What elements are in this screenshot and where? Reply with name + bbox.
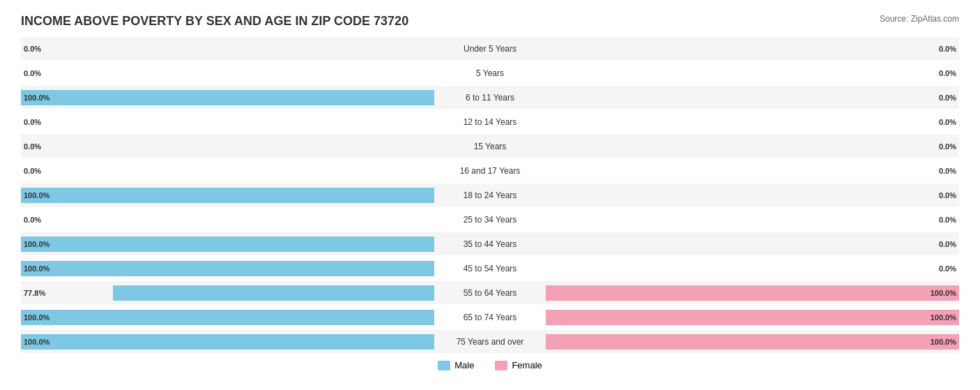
female-section: 0.0%	[546, 208, 959, 231]
female-section: 100.0%	[546, 281, 959, 304]
bar-row: 0.0%15 Years0.0%	[21, 135, 959, 158]
age-label: 65 to 74 Years	[434, 313, 546, 322]
female-section: 0.0%	[546, 135, 959, 158]
age-label: Under 5 Years	[434, 44, 546, 54]
bar-row: 100.0%6 to 11 Years0.0%	[21, 86, 959, 109]
legend-male-label: Male	[454, 360, 474, 370]
male-bar	[21, 334, 434, 350]
male-section: 0.0%	[21, 61, 434, 84]
legend: Male Female	[21, 360, 959, 370]
male-value: 0.0%	[24, 142, 41, 151]
male-section: 100.0%	[21, 306, 434, 329]
male-value: 0.0%	[24, 45, 41, 53]
female-section: 0.0%	[546, 257, 959, 280]
male-section: 100.0%	[21, 183, 434, 207]
male-bar	[21, 90, 434, 105]
age-label: 25 to 34 Years	[434, 215, 546, 225]
male-value: 100.0%	[24, 191, 49, 200]
bar-row: 0.0%25 to 34 Years0.0%	[21, 208, 959, 231]
age-label: 12 to 14 Years	[434, 117, 546, 127]
female-section: 0.0%	[546, 183, 959, 207]
male-section: 100.0%	[21, 257, 434, 280]
male-value: 100.0%	[24, 93, 49, 102]
age-label: 75 Years and over	[434, 337, 546, 347]
age-label: 16 and 17 Years	[434, 166, 546, 176]
age-label: 55 to 64 Years	[434, 288, 546, 298]
male-bar	[21, 261, 434, 276]
female-section: 0.0%	[546, 159, 959, 182]
female-section: 0.0%	[546, 86, 959, 109]
male-section: 77.8%	[21, 281, 434, 304]
male-section: 100.0%	[21, 232, 434, 255]
female-value: 0.0%	[939, 118, 956, 126]
female-section: 0.0%	[546, 110, 959, 133]
female-bar	[546, 285, 959, 301]
male-value: 0.0%	[24, 118, 41, 126]
legend-female-box	[495, 361, 507, 370]
female-value: 100.0%	[931, 313, 956, 322]
male-value: 0.0%	[24, 216, 41, 224]
female-bar	[546, 310, 959, 325]
male-value: 77.8%	[24, 289, 45, 297]
female-value: 100.0%	[931, 338, 956, 346]
male-value: 0.0%	[24, 69, 41, 77]
female-value: 100.0%	[931, 289, 956, 297]
female-value: 0.0%	[939, 142, 956, 151]
age-label: 18 to 24 Years	[434, 190, 546, 200]
header: INCOME ABOVE POVERTY BY SEX AND AGE IN Z…	[21, 14, 959, 31]
male-bar	[21, 310, 434, 325]
female-value: 0.0%	[939, 216, 956, 224]
female-section: 100.0%	[546, 306, 959, 329]
female-value: 0.0%	[939, 167, 956, 175]
female-value: 0.0%	[939, 191, 956, 200]
female-value: 0.0%	[939, 69, 956, 77]
bar-row: 0.0%Under 5 Years0.0%	[21, 37, 959, 60]
legend-female-label: Female	[512, 360, 542, 370]
age-label: 15 Years	[434, 142, 546, 151]
female-value: 0.0%	[939, 240, 956, 248]
legend-female: Female	[495, 360, 542, 370]
bar-row: 100.0%18 to 24 Years0.0%	[21, 183, 959, 207]
male-value: 100.0%	[24, 240, 49, 248]
male-bar	[21, 188, 434, 203]
female-section: 0.0%	[546, 37, 959, 60]
female-section: 100.0%	[546, 330, 959, 353]
bar-row: 0.0%5 Years0.0%	[21, 61, 959, 84]
bar-row: 0.0%12 to 14 Years0.0%	[21, 110, 959, 133]
bar-row: 0.0%16 and 17 Years0.0%	[21, 159, 959, 182]
chart-title: INCOME ABOVE POVERTY BY SEX AND AGE IN Z…	[21, 14, 408, 29]
age-label: 45 to 54 Years	[434, 264, 546, 273]
bar-row: 100.0%75 Years and over100.0%	[21, 330, 959, 353]
male-value: 0.0%	[24, 167, 41, 175]
male-section: 0.0%	[21, 37, 434, 60]
chart-container: 0.0%Under 5 Years0.0%0.0%5 Years0.0%100.…	[21, 37, 959, 353]
female-value: 0.0%	[939, 264, 956, 273]
male-value: 100.0%	[24, 313, 49, 322]
male-section: 0.0%	[21, 135, 434, 158]
bar-row: 77.8%55 to 64 Years100.0%	[21, 281, 959, 304]
bar-row: 100.0%65 to 74 Years100.0%	[21, 306, 959, 329]
female-section: 0.0%	[546, 232, 959, 255]
male-section: 100.0%	[21, 86, 434, 109]
age-label: 35 to 44 Years	[434, 239, 546, 249]
bar-row: 100.0%35 to 44 Years0.0%	[21, 232, 959, 255]
female-value: 0.0%	[939, 45, 956, 53]
male-section: 100.0%	[21, 330, 434, 353]
male-value: 100.0%	[24, 264, 49, 273]
source-text: Source: ZipAtlas.com	[880, 14, 959, 24]
age-label: 6 to 11 Years	[434, 93, 546, 103]
age-label: 5 Years	[434, 68, 546, 78]
male-bar	[113, 285, 434, 301]
male-value: 100.0%	[24, 338, 49, 346]
male-bar	[21, 237, 434, 252]
male-section: 0.0%	[21, 110, 434, 133]
female-value: 0.0%	[939, 93, 956, 102]
male-section: 0.0%	[21, 159, 434, 182]
male-section: 0.0%	[21, 208, 434, 231]
legend-male: Male	[438, 360, 474, 370]
female-bar	[546, 334, 959, 350]
bar-row: 100.0%45 to 54 Years0.0%	[21, 257, 959, 280]
legend-male-box	[438, 361, 450, 370]
female-section: 0.0%	[546, 61, 959, 84]
